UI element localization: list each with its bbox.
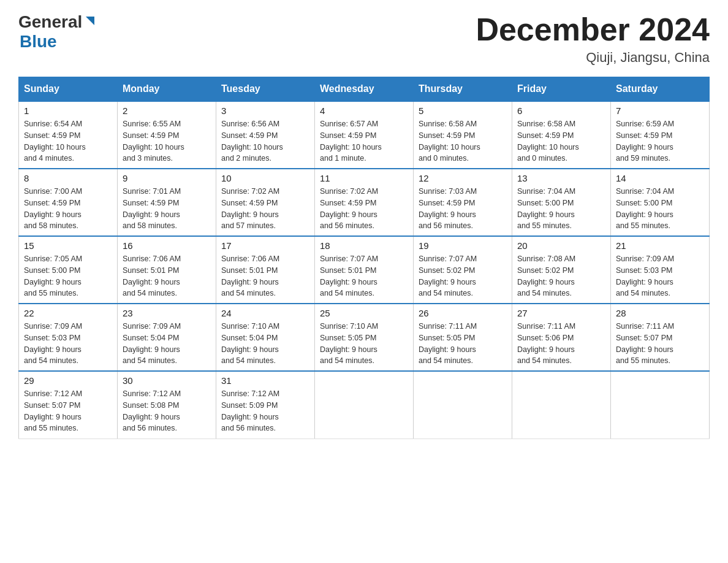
calendar-cell: 15 Sunrise: 7:05 AMSunset: 5:00 PMDaylig… (19, 236, 118, 304)
day-number: 26 (419, 308, 507, 318)
cell-info: Sunrise: 7:12 AMSunset: 5:09 PMDaylight:… (221, 389, 279, 432)
day-number: 14 (616, 173, 704, 183)
day-number: 16 (123, 240, 211, 251)
calendar-cell: 2 Sunrise: 6:55 AMSunset: 4:59 PMDayligh… (118, 101, 216, 169)
cell-info: Sunrise: 7:10 AMSunset: 5:05 PMDaylight:… (320, 322, 378, 365)
day-number: 3 (221, 105, 309, 116)
cell-info: Sunrise: 6:56 AMSunset: 4:59 PMDaylight:… (221, 120, 283, 163)
day-number: 21 (616, 240, 704, 251)
cell-info: Sunrise: 7:06 AMSunset: 5:01 PMDaylight:… (123, 255, 181, 297)
day-number: 18 (320, 240, 408, 251)
calendar-cell: 14 Sunrise: 7:04 AMSunset: 5:00 PMDaylig… (611, 169, 710, 236)
month-title: December 2024 (476, 12, 710, 47)
cell-info: Sunrise: 6:57 AMSunset: 4:59 PMDaylight:… (320, 120, 382, 163)
weekday-header-row: SundayMondayTuesdayWednesdayThursdayFrid… (19, 77, 710, 102)
calendar-cell: 12 Sunrise: 7:03 AMSunset: 4:59 PMDaylig… (414, 169, 512, 236)
calendar-cell: 13 Sunrise: 7:04 AMSunset: 5:00 PMDaylig… (512, 169, 611, 236)
day-number: 30 (123, 375, 211, 386)
day-number: 1 (24, 105, 112, 116)
day-number: 9 (123, 173, 211, 183)
day-number: 15 (24, 240, 112, 251)
calendar-cell: 27 Sunrise: 7:11 AMSunset: 5:06 PMDaylig… (512, 304, 611, 371)
calendar-cell: 4 Sunrise: 6:57 AMSunset: 4:59 PMDayligh… (315, 101, 414, 169)
weekday-header-thursday: Thursday (414, 77, 512, 102)
weekday-header-saturday: Saturday (611, 77, 710, 102)
cell-info: Sunrise: 7:00 AMSunset: 4:59 PMDaylight:… (24, 187, 82, 230)
calendar-cell: 22 Sunrise: 7:09 AMSunset: 5:03 PMDaylig… (19, 304, 118, 371)
calendar-cell: 16 Sunrise: 7:06 AMSunset: 5:01 PMDaylig… (118, 236, 216, 304)
day-number: 17 (221, 240, 309, 251)
location-subtitle: Qiuji, Jiangsu, China (476, 50, 710, 66)
calendar-cell: 17 Sunrise: 7:06 AMSunset: 5:01 PMDaylig… (216, 236, 315, 304)
day-number: 22 (24, 308, 112, 318)
calendar-cell: 11 Sunrise: 7:02 AMSunset: 4:59 PMDaylig… (315, 169, 414, 236)
cell-info: Sunrise: 7:11 AMSunset: 5:07 PMDaylight:… (616, 322, 674, 365)
day-number: 28 (616, 308, 704, 318)
weekday-header-sunday: Sunday (19, 77, 118, 102)
day-number: 7 (616, 105, 704, 116)
calendar-cell: 26 Sunrise: 7:11 AMSunset: 5:05 PMDaylig… (414, 304, 512, 371)
day-number: 19 (419, 240, 507, 251)
cell-info: Sunrise: 7:09 AMSunset: 5:04 PMDaylight:… (123, 322, 181, 365)
day-number: 8 (24, 173, 112, 183)
logo: General Blue (18, 12, 97, 52)
day-number: 12 (419, 173, 507, 183)
cell-info: Sunrise: 7:09 AMSunset: 5:03 PMDaylight:… (616, 255, 674, 297)
calendar-cell: 8 Sunrise: 7:00 AMSunset: 4:59 PMDayligh… (19, 169, 118, 236)
day-number: 27 (517, 308, 605, 318)
cell-info: Sunrise: 7:04 AMSunset: 5:00 PMDaylight:… (517, 187, 575, 230)
calendar-cell (315, 371, 414, 439)
day-number: 23 (123, 308, 211, 318)
calendar-week-2: 8 Sunrise: 7:00 AMSunset: 4:59 PMDayligh… (19, 169, 710, 236)
cell-info: Sunrise: 7:09 AMSunset: 5:03 PMDaylight:… (24, 322, 82, 365)
cell-info: Sunrise: 7:12 AMSunset: 5:07 PMDaylight:… (24, 389, 82, 432)
cell-info: Sunrise: 6:55 AMSunset: 4:59 PMDaylight:… (123, 120, 184, 163)
calendar-week-5: 29 Sunrise: 7:12 AMSunset: 5:07 PMDaylig… (19, 371, 710, 439)
weekday-header-wednesday: Wednesday (315, 77, 414, 102)
cell-info: Sunrise: 6:59 AMSunset: 4:59 PMDaylight:… (616, 120, 674, 163)
calendar-cell: 5 Sunrise: 6:58 AMSunset: 4:59 PMDayligh… (414, 101, 512, 169)
weekday-header-tuesday: Tuesday (216, 77, 315, 102)
calendar-week-4: 22 Sunrise: 7:09 AMSunset: 5:03 PMDaylig… (19, 304, 710, 371)
day-number: 6 (517, 105, 605, 116)
calendar-week-1: 1 Sunrise: 6:54 AMSunset: 4:59 PMDayligh… (19, 101, 710, 169)
cell-info: Sunrise: 7:08 AMSunset: 5:02 PMDaylight:… (517, 255, 575, 297)
day-number: 10 (221, 173, 309, 183)
calendar-cell: 29 Sunrise: 7:12 AMSunset: 5:07 PMDaylig… (19, 371, 118, 439)
day-number: 31 (221, 375, 309, 386)
calendar-cell: 23 Sunrise: 7:09 AMSunset: 5:04 PMDaylig… (118, 304, 216, 371)
day-number: 13 (517, 173, 605, 183)
page-header: General Blue December 2024 Qiuji, Jiangs… (18, 12, 710, 66)
calendar-cell: 24 Sunrise: 7:10 AMSunset: 5:04 PMDaylig… (216, 304, 315, 371)
cell-info: Sunrise: 7:11 AMSunset: 5:05 PMDaylight:… (419, 322, 477, 365)
day-number: 4 (320, 105, 408, 116)
logo-general-text: General (18, 12, 82, 32)
day-number: 25 (320, 308, 408, 318)
calendar-cell: 21 Sunrise: 7:09 AMSunset: 5:03 PMDaylig… (611, 236, 710, 304)
cell-info: Sunrise: 7:06 AMSunset: 5:01 PMDaylight:… (221, 255, 279, 297)
cell-info: Sunrise: 7:05 AMSunset: 5:00 PMDaylight:… (24, 255, 82, 297)
calendar-cell (414, 371, 512, 439)
cell-info: Sunrise: 7:03 AMSunset: 4:59 PMDaylight:… (419, 187, 477, 230)
day-number: 2 (123, 105, 211, 116)
day-number: 11 (320, 173, 408, 183)
calendar-cell: 6 Sunrise: 6:58 AMSunset: 4:59 PMDayligh… (512, 101, 611, 169)
calendar-cell: 10 Sunrise: 7:02 AMSunset: 4:59 PMDaylig… (216, 169, 315, 236)
calendar-cell (611, 371, 710, 439)
calendar-cell: 20 Sunrise: 7:08 AMSunset: 5:02 PMDaylig… (512, 236, 611, 304)
calendar-cell: 28 Sunrise: 7:11 AMSunset: 5:07 PMDaylig… (611, 304, 710, 371)
logo-triangle-icon (83, 14, 97, 30)
calendar-cell: 3 Sunrise: 6:56 AMSunset: 4:59 PMDayligh… (216, 101, 315, 169)
cell-info: Sunrise: 7:07 AMSunset: 5:02 PMDaylight:… (419, 255, 477, 297)
cell-info: Sunrise: 7:01 AMSunset: 4:59 PMDaylight:… (123, 187, 181, 230)
cell-info: Sunrise: 7:12 AMSunset: 5:08 PMDaylight:… (123, 389, 181, 432)
calendar-cell: 18 Sunrise: 7:07 AMSunset: 5:01 PMDaylig… (315, 236, 414, 304)
calendar-cell: 9 Sunrise: 7:01 AMSunset: 4:59 PMDayligh… (118, 169, 216, 236)
weekday-header-monday: Monday (118, 77, 216, 102)
day-number: 20 (517, 240, 605, 251)
cell-info: Sunrise: 7:02 AMSunset: 4:59 PMDaylight:… (221, 187, 279, 230)
weekday-header-friday: Friday (512, 77, 611, 102)
cell-info: Sunrise: 7:02 AMSunset: 4:59 PMDaylight:… (320, 187, 378, 230)
calendar-week-3: 15 Sunrise: 7:05 AMSunset: 5:00 PMDaylig… (19, 236, 710, 304)
svg-marker-0 (86, 17, 94, 25)
